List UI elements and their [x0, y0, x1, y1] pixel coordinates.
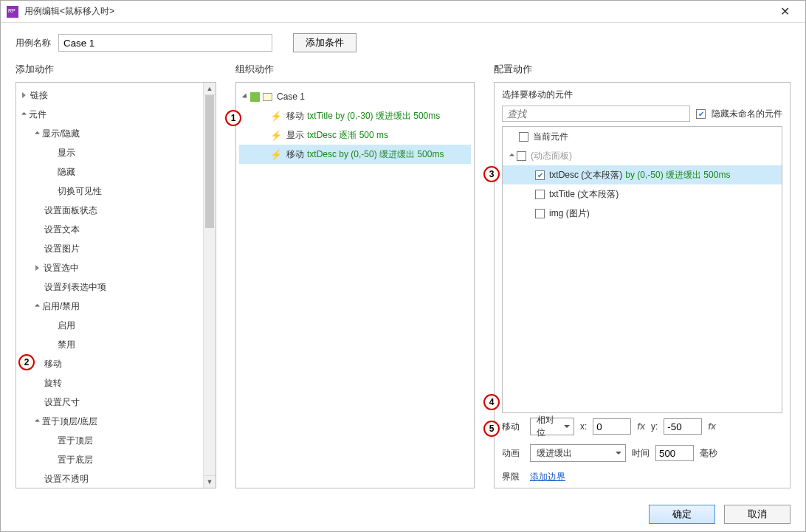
action-tree-label: 设置尺寸	[44, 396, 80, 409]
widget-checkbox[interactable]	[535, 190, 545, 199]
action-tree-item[interactable]: 设置尺寸	[16, 393, 203, 412]
cancel-button[interactable]: 取消	[724, 505, 790, 524]
org-action-row[interactable]: ⚡移动txtDesc by (0,-50) 缓进缓出 500ms	[239, 145, 471, 164]
ok-button[interactable]: 确定	[649, 505, 715, 524]
col-actions: 添加动作 链接元件显示/隐藏显示隐藏切换可见性设置面板状态设置文本设置图片设置选…	[16, 63, 216, 488]
widget-label: 当前元件	[533, 131, 568, 143]
add-bounds-link[interactable]: 添加边界	[530, 471, 565, 483]
action-tree-item[interactable]: 置于顶层	[16, 431, 203, 450]
action-tree-item[interactable]: 链接	[16, 86, 203, 105]
action-tree-item[interactable]: 设置面板状态	[16, 201, 203, 220]
action-tree-label: 链接	[30, 89, 48, 102]
close-icon[interactable]: ✕	[770, 4, 799, 18]
org-panel: Case 1⚡移动txtTitle by (0,-30) 缓进缓出 500ms⚡…	[235, 82, 475, 488]
add-condition-button[interactable]: 添加条件	[293, 33, 356, 52]
x-label: x:	[580, 421, 587, 432]
dialog-window: 用例编辑<鼠标移入时> ✕ 用例名称 添加条件 添加动作 链接元件显示/隐藏显示…	[0, 0, 806, 532]
action-tree-item[interactable]: 设置列表选中项	[16, 277, 203, 297]
org-action-label: 移动	[286, 148, 304, 161]
org-action-row[interactable]: ⚡显示txtDesc 逐渐 500 ms	[239, 125, 471, 145]
case-name-input[interactable]	[58, 34, 272, 52]
action-tree-item[interactable]: 置于底层	[16, 450, 203, 469]
bolt-icon: ⚡	[270, 111, 282, 122]
tree-arrow-icon	[35, 131, 40, 136]
widget-checkbox[interactable]	[535, 209, 545, 218]
widget-picker-title: 选择要移动的元件	[495, 83, 790, 106]
action-tree-item[interactable]: 移动	[16, 354, 203, 373]
action-tree-item[interactable]: 显示/隐藏	[16, 124, 203, 143]
widget-checkbox[interactable]	[535, 170, 545, 180]
widget-detail: by (0,-50) 缓进缓出 500ms	[625, 169, 730, 182]
case-name: Case 1	[277, 91, 305, 102]
x-fx-button[interactable]: fx	[637, 421, 645, 432]
scrollbar[interactable]: ▲ ▼	[203, 83, 216, 488]
time-input[interactable]	[655, 445, 694, 461]
time-label: 时间	[632, 447, 650, 460]
action-tree-label: 设置选中	[44, 262, 79, 274]
bolt-icon: ⚡	[270, 130, 282, 141]
tree-arrow-icon	[35, 418, 40, 424]
widget-row[interactable]: txtTitle (文本段落)	[503, 184, 782, 204]
tree-arrow-icon	[21, 111, 27, 117]
callout-1: 1	[225, 110, 241, 126]
window-title: 用例编辑<鼠标移入时>	[24, 5, 770, 18]
action-tree-label: 置于顶层/底层	[42, 415, 97, 428]
col-org: 组织动作 Case 1⚡移动txtTitle by (0,-30) 缓进缓出 5…	[235, 63, 475, 488]
anim-label: 动画	[502, 447, 524, 460]
action-tree-item[interactable]: 启用	[16, 316, 203, 335]
widget-checkbox[interactable]	[519, 132, 528, 142]
action-tree-item[interactable]: 设置不透明	[16, 469, 203, 488]
action-tree-item[interactable]: 启用/禁用	[16, 297, 203, 316]
widget-row[interactable]: txtDesc (文本段落)by (0,-50) 缓进缓出 500ms	[503, 165, 782, 184]
action-tree-item[interactable]: 切换可见性	[16, 182, 203, 201]
action-tree-label: 元件	[29, 108, 46, 121]
org-action-target: txtDesc 逐渐 500 ms	[307, 129, 388, 142]
move-label: 移动	[502, 421, 524, 433]
widget-checkbox[interactable]	[517, 151, 526, 161]
action-tree-label: 旋转	[44, 377, 62, 390]
org-case-row[interactable]: Case 1	[239, 87, 471, 106]
scroll-up-icon[interactable]: ▲	[204, 83, 216, 95]
search-input[interactable]	[502, 106, 690, 122]
config-panel: 选择要移动的元件 隐藏未命名的元件 当前元件(动态面板)txtDesc (文本段…	[494, 82, 790, 488]
callout-3: 3	[483, 166, 500, 182]
widget-list: 当前元件(动态面板)txtDesc (文本段落)by (0,-50) 缓进缓出 …	[502, 126, 782, 413]
org-action-label: 显示	[286, 129, 304, 142]
footer: 确定 取消	[1, 497, 805, 531]
action-tree-item[interactable]: 隐藏	[16, 162, 203, 182]
move-mode-select[interactable]: 相对位	[530, 418, 574, 435]
action-tree-label: 启用/禁用	[42, 300, 80, 313]
x-input[interactable]	[593, 418, 631, 435]
scroll-thumb[interactable]	[205, 95, 214, 228]
widget-row[interactable]: img (图片)	[503, 204, 782, 223]
widget-row[interactable]: 当前元件	[503, 127, 782, 146]
action-tree-label: 设置面板状态	[44, 204, 97, 217]
y-fx-button[interactable]: fx	[708, 421, 716, 432]
y-input[interactable]	[664, 418, 702, 435]
callout-4: 4	[483, 394, 500, 410]
action-tree-label: 设置文本	[44, 224, 80, 236]
bolt-icon: ⚡	[270, 149, 282, 160]
y-label: y:	[651, 421, 658, 432]
callout-2: 2	[18, 354, 35, 370]
hide-unnamed-checkbox[interactable]	[696, 109, 706, 119]
action-tree-item[interactable]: 置于顶层/底层	[16, 412, 203, 431]
scroll-track[interactable]	[204, 95, 216, 475]
widget-row[interactable]: (动态面板)	[503, 146, 782, 165]
action-tree-item[interactable]: 禁用	[16, 335, 203, 354]
action-tree-item[interactable]: 设置选中	[16, 258, 203, 277]
action-tree-item[interactable]: 设置图片	[16, 239, 203, 258]
app-icon	[7, 6, 18, 18]
action-tree-label: 显示/隐藏	[42, 128, 80, 140]
scroll-down-icon[interactable]: ▼	[204, 475, 216, 488]
action-tree-label: 切换可见性	[58, 185, 102, 198]
org-action-row[interactable]: ⚡移动txtTitle by (0,-30) 缓进缓出 500ms	[239, 106, 471, 125]
action-tree-label: 置于底层	[58, 454, 93, 466]
action-tree-item[interactable]: 设置文本	[16, 220, 203, 239]
action-tree-item[interactable]: 显示	[16, 143, 203, 162]
anim-row: 动画 缓进缓出 时间 毫秒	[495, 440, 790, 466]
action-tree-item[interactable]: 旋转	[16, 373, 203, 393]
hide-unnamed-label: 隐藏未命名的元件	[712, 108, 782, 120]
anim-select[interactable]: 缓进缓出	[530, 444, 626, 462]
action-tree-item[interactable]: 元件	[16, 105, 203, 124]
